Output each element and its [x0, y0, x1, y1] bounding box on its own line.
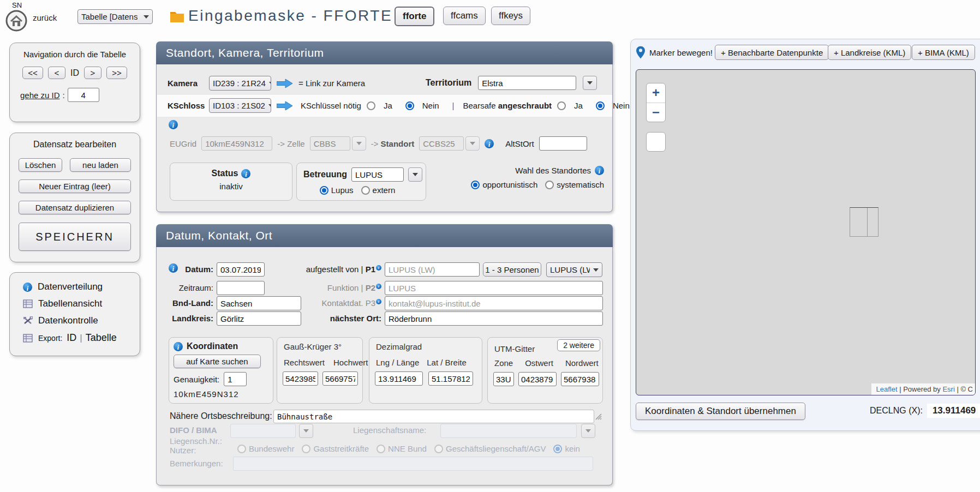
home-control[interactable]: SN: [5, 1, 29, 32]
datum-label: Datum:: [170, 265, 213, 274]
info-icon[interactable]: [485, 139, 494, 148]
esri-link[interactable]: Esri: [942, 385, 954, 393]
altstort-input[interactable]: [539, 136, 587, 151]
status-label: Status: [212, 169, 238, 178]
systematisch-radio[interactable]: [545, 181, 554, 189]
zoom-in-button[interactable]: +: [647, 83, 665, 103]
zelle-input: [310, 136, 350, 151]
liegensch-nr-input: [230, 424, 296, 438]
betreuung-dropdown-button[interactable]: [408, 167, 422, 182]
back-link[interactable]: zurück: [33, 13, 57, 22]
utm-ost-input[interactable]: [518, 372, 557, 386]
bearsafe-nein-radio[interactable]: [596, 101, 605, 110]
nav-prev-button[interactable]: <: [48, 67, 65, 79]
leaflet-link[interactable]: Leaflet: [876, 385, 897, 393]
goto-id-input[interactable]: [68, 88, 99, 102]
delete-button[interactable]: Löschen: [19, 158, 62, 172]
territorium-input[interactable]: [478, 76, 576, 90]
duplicate-button[interactable]: Datensatz duplizieren: [19, 201, 131, 214]
app-button-ffkeys[interactable]: ffkeys: [491, 7, 530, 25]
kschloss-select[interactable]: ID103 : 21S02: [209, 98, 271, 113]
kschluessel-ja-radio[interactable]: [367, 101, 375, 110]
rechtswert-input[interactable]: [283, 371, 318, 386]
datenkontrolle-link[interactable]: Datenkontrolle: [23, 315, 140, 326]
info-icon[interactable]: [174, 342, 183, 351]
resize-grip-icon[interactable]: [594, 412, 602, 420]
ort-input[interactable]: [385, 311, 603, 326]
p3-input[interactable]: [385, 296, 603, 310]
dezimalgrad-box: Dezimalgrad Lng / Länge Lat / Breite: [369, 337, 482, 404]
datenverteilung-link[interactable]: Datenverteilung: [23, 281, 140, 292]
save-button[interactable]: SPEICHERN: [19, 223, 131, 251]
utm-more-button[interactable]: 2 weitere: [557, 339, 600, 351]
hochwert-input[interactable]: [322, 371, 358, 386]
export-id-link[interactable]: ID: [67, 332, 76, 344]
kschloss-label: KSchloss: [168, 101, 204, 110]
bemerkungen-input: [233, 457, 593, 471]
chevron-down-icon: [413, 173, 418, 176]
p2-input[interactable]: [385, 281, 603, 295]
utm-nord-input[interactable]: [561, 372, 599, 386]
reload-button[interactable]: neu laden: [70, 158, 131, 172]
app-button-ffcams[interactable]: ffcams: [443, 7, 486, 25]
tabellenansicht-link[interactable]: Tabellenansicht: [23, 298, 140, 309]
info-icon[interactable]: [169, 120, 178, 129]
genauigkeit-input[interactable]: [224, 372, 247, 386]
standort-panel-body: Kamera ID239 : 21R24 = Link zur Kamera T…: [156, 64, 613, 212]
betreuung-input[interactable]: [351, 167, 404, 182]
p1-input[interactable]: [385, 262, 480, 277]
map-extra-control[interactable]: [646, 132, 666, 152]
nutzer-geschaeftsliegenschaft-radio: [434, 445, 443, 453]
nav-last-button[interactable]: >>: [106, 67, 127, 79]
karte-suchen-button[interactable]: auf Karte suchen: [174, 355, 261, 368]
app-button-fforte[interactable]: fforte: [395, 7, 434, 26]
landkreis-label: Landkreis:: [170, 314, 213, 323]
datenpunkte-button[interactable]: + Benachbarte Datenpunkte: [715, 45, 829, 60]
betreuung-lupus-radio[interactable]: [320, 186, 328, 195]
new-entry-button[interactable]: Neuer Eintrag (leer): [19, 179, 131, 193]
beschreibung-textarea[interactable]: [273, 410, 594, 423]
info-icon: [23, 283, 32, 292]
koordinaten-label: Koordinaten: [187, 341, 238, 351]
arrow-right-icon[interactable]: [277, 101, 293, 111]
export-table-link[interactable]: Tabelle: [86, 332, 117, 344]
goto-id-link[interactable]: gehe zu ID: [20, 91, 60, 100]
nutzer-kein-radio: [553, 445, 562, 453]
opportunistisch-radio[interactable]: [471, 181, 480, 189]
apply-coordinates-button[interactable]: Koordinaten & Standort übernehmen: [636, 403, 805, 420]
personen-button[interactable]: 1 - 3 Personen: [483, 262, 541, 277]
altstort-label: AltStOrt: [505, 139, 534, 148]
map-pin-icon: [636, 46, 645, 59]
bndland-input[interactable]: [217, 296, 301, 310]
bima-kml-button[interactable]: + BIMA (KML): [912, 45, 975, 60]
territorium-dropdown-button[interactable]: [583, 76, 597, 90]
kamera-select[interactable]: ID239 : 21R24: [209, 76, 271, 91]
declng-label: DECLNG (X):: [870, 406, 923, 416]
utm-box: UTM-Gitter 2 weitere Zone Ostwert Nordwe…: [487, 337, 603, 404]
p1-select[interactable]: LUPUS (LW: [546, 262, 602, 277]
nav-next-button[interactable]: >: [84, 67, 101, 79]
zoom-out-button[interactable]: −: [647, 103, 665, 122]
datum-input[interactable]: [217, 262, 265, 277]
lng-input[interactable]: [375, 371, 423, 386]
edit-title: Datensatz bearbeiten: [10, 140, 140, 149]
landkreise-kml-button[interactable]: + Landkreise (KML): [828, 45, 911, 60]
bearsafe-ja-radio[interactable]: [557, 101, 566, 110]
utm-zone-input[interactable]: [493, 372, 514, 386]
arrow-right-icon[interactable]: [277, 79, 293, 88]
kschluessel-nein-radio[interactable]: [405, 101, 414, 110]
nav-first-button[interactable]: <<: [22, 67, 43, 79]
map-canvas[interactable]: + − Leaflet | Powered by Esri | © C: [636, 69, 976, 395]
info-icon[interactable]: [595, 166, 604, 175]
betreuung-extern-radio[interactable]: [361, 186, 370, 195]
datum-panel-body: Datum: aufgestellt von | P1 1 - 3 Person…: [156, 247, 613, 485]
home-icon[interactable]: [5, 9, 28, 32]
chevron-down-icon: [303, 429, 309, 433]
lat-input[interactable]: [428, 371, 473, 386]
edit-box: Datensatz bearbeiten Löschen neu laden N…: [9, 133, 140, 262]
table-select[interactable]: Tabelle [Datens: [77, 9, 153, 24]
info-icon[interactable]: [241, 169, 250, 178]
landkreis-input[interactable]: [217, 311, 301, 326]
zeitraum-input[interactable]: [217, 281, 265, 295]
map-panel: Marker bewegen! + Benachbarte Datenpunkt…: [630, 39, 980, 431]
